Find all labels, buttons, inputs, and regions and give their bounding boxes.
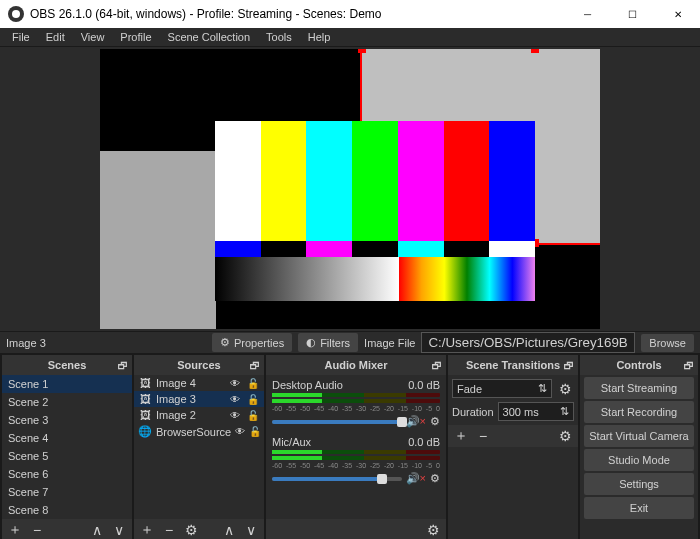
controls-body: Start Streaming Start Recording Start Vi…	[580, 375, 698, 539]
maximize-button[interactable]: ☐	[610, 0, 655, 28]
lock-toggle[interactable]: 🔓	[246, 410, 260, 421]
start-streaming-button[interactable]: Start Streaming	[584, 377, 694, 399]
source-item[interactable]: 🖼Image 3👁🔓	[134, 391, 264, 407]
menu-view[interactable]: View	[73, 28, 113, 46]
transitions-header[interactable]: Scene Transitions🗗	[448, 355, 578, 375]
vu-meter	[272, 393, 440, 397]
menu-edit[interactable]: Edit	[38, 28, 73, 46]
transition-select[interactable]: Fade⇅	[452, 379, 552, 398]
filters-button[interactable]: ◐Filters	[298, 333, 358, 352]
docks: Scenes🗗 Scene 1Scene 2Scene 3Scene 4Scen…	[0, 353, 700, 539]
vu-meter	[272, 456, 440, 460]
duration-spinbox[interactable]: 300 ms⇅	[498, 402, 574, 421]
source-image2[interactable]	[100, 151, 216, 329]
menu-help[interactable]: Help	[300, 28, 339, 46]
transition-settings-button[interactable]: ⚙	[556, 380, 574, 398]
duration-label: Duration	[452, 406, 494, 418]
source-context-bar: Image 3 ⚙Properties ◐Filters Image File …	[0, 331, 700, 353]
scene-up-button[interactable]: ∧	[88, 521, 106, 539]
popout-icon[interactable]: 🗗	[118, 360, 128, 371]
scenes-title: Scenes	[48, 359, 87, 371]
visibility-toggle[interactable]: 👁	[228, 378, 242, 389]
scene-item[interactable]: Scene 6	[2, 465, 132, 483]
sources-header[interactable]: Sources🗗	[134, 355, 264, 375]
mute-button[interactable]: 🔊×	[406, 415, 426, 428]
lock-toggle[interactable]: 🔓	[246, 378, 260, 389]
popout-icon[interactable]: 🗗	[564, 360, 574, 371]
scene-item[interactable]: Scene 5	[2, 447, 132, 465]
controls-header[interactable]: Controls🗗	[580, 355, 698, 375]
resize-handle-tl[interactable]	[358, 49, 366, 53]
settings-button[interactable]: Settings	[584, 473, 694, 495]
audio-channel: Desktop Audio0.0 dB-60-55-50-45-40-35-30…	[266, 375, 446, 432]
popout-icon[interactable]: 🗗	[432, 360, 442, 371]
remove-source-button[interactable]: −	[160, 521, 178, 539]
filter-icon: ◐	[306, 336, 316, 349]
remove-scene-button[interactable]: −	[28, 521, 46, 539]
browse-button[interactable]: Browse	[641, 334, 694, 352]
minimize-button[interactable]: ─	[565, 0, 610, 28]
preview-canvas[interactable]	[100, 49, 600, 329]
channel-settings-button[interactable]: ⚙	[430, 472, 440, 485]
scene-item[interactable]: Scene 4	[2, 429, 132, 447]
properties-label: Properties	[234, 337, 284, 349]
scene-item[interactable]: Scene 7	[2, 483, 132, 501]
exit-button[interactable]: Exit	[584, 497, 694, 519]
add-transition-button[interactable]: ＋	[452, 427, 470, 445]
scene-item[interactable]: Scene 8	[2, 501, 132, 519]
popout-icon[interactable]: 🗗	[250, 360, 260, 371]
scenes-list[interactable]: Scene 1Scene 2Scene 3Scene 4Scene 5Scene…	[2, 375, 132, 519]
mute-button[interactable]: 🔊×	[406, 472, 426, 485]
mixer-settings-button[interactable]: ⚙	[424, 521, 442, 539]
mixer-toolbar: ⚙	[266, 519, 446, 539]
scene-item[interactable]: Scene 3	[2, 411, 132, 429]
properties-button[interactable]: ⚙Properties	[212, 333, 292, 352]
scene-item[interactable]: Scene 2	[2, 393, 132, 411]
preview-area[interactable]	[0, 47, 700, 331]
visibility-toggle[interactable]: 👁	[235, 426, 245, 437]
add-source-button[interactable]: ＋	[138, 521, 156, 539]
sources-panel: Sources🗗 🖼Image 4👁🔓🖼Image 3👁🔓🖼Image 2👁🔓🌐…	[134, 355, 264, 539]
close-button[interactable]: ✕	[655, 0, 700, 28]
image-file-input[interactable]	[421, 332, 635, 353]
volume-slider[interactable]	[272, 477, 402, 481]
vu-meter	[272, 450, 440, 454]
menu-profile[interactable]: Profile	[112, 28, 159, 46]
lock-toggle[interactable]: 🔓	[249, 426, 261, 437]
transition-props-button[interactable]: ⚙	[556, 427, 574, 445]
start-virtual-camera-button[interactable]: Start Virtual Camera	[584, 425, 694, 447]
source-item[interactable]: 🌐BrowserSource👁🔓	[134, 423, 264, 440]
studio-mode-button[interactable]: Studio Mode	[584, 449, 694, 471]
scene-item[interactable]: Scene 1	[2, 375, 132, 393]
titlebar: OBS 26.1.0 (64-bit, windows) - Profile: …	[0, 0, 700, 28]
sources-list[interactable]: 🖼Image 4👁🔓🖼Image 3👁🔓🖼Image 2👁🔓🌐BrowserSo…	[134, 375, 264, 519]
source-image4-testcard[interactable]	[215, 121, 535, 301]
start-recording-button[interactable]: Start Recording	[584, 401, 694, 423]
gear-icon: ⚙	[220, 336, 230, 349]
menu-scene-collection[interactable]: Scene Collection	[160, 28, 259, 46]
remove-transition-button[interactable]: −	[474, 427, 492, 445]
scene-down-button[interactable]: ∨	[110, 521, 128, 539]
source-up-button[interactable]: ∧	[220, 521, 238, 539]
mixer-header[interactable]: Audio Mixer🗗	[266, 355, 446, 375]
volume-slider[interactable]	[272, 420, 402, 424]
visibility-toggle[interactable]: 👁	[228, 410, 242, 421]
channel-settings-button[interactable]: ⚙	[430, 415, 440, 428]
filters-label: Filters	[320, 337, 350, 349]
source-item[interactable]: 🖼Image 2👁🔓	[134, 407, 264, 423]
channel-db: 0.0 dB	[408, 436, 440, 448]
source-item[interactable]: 🖼Image 4👁🔓	[134, 375, 264, 391]
scenes-header[interactable]: Scenes🗗	[2, 355, 132, 375]
source-item-label: Image 2	[156, 409, 224, 421]
source-properties-button[interactable]: ⚙	[182, 521, 200, 539]
add-scene-button[interactable]: ＋	[6, 521, 24, 539]
audio-channel: Mic/Aux0.0 dB-60-55-50-45-40-35-30-25-20…	[266, 432, 446, 489]
resize-handle-tm[interactable]	[531, 49, 539, 53]
menu-tools[interactable]: Tools	[258, 28, 300, 46]
menu-file[interactable]: File	[4, 28, 38, 46]
db-ticks: -60-55-50-45-40-35-30-25-20-15-10-50	[272, 405, 440, 413]
visibility-toggle[interactable]: 👁	[228, 394, 242, 405]
popout-icon[interactable]: 🗗	[684, 360, 694, 371]
lock-toggle[interactable]: 🔓	[246, 394, 260, 405]
source-down-button[interactable]: ∨	[242, 521, 260, 539]
